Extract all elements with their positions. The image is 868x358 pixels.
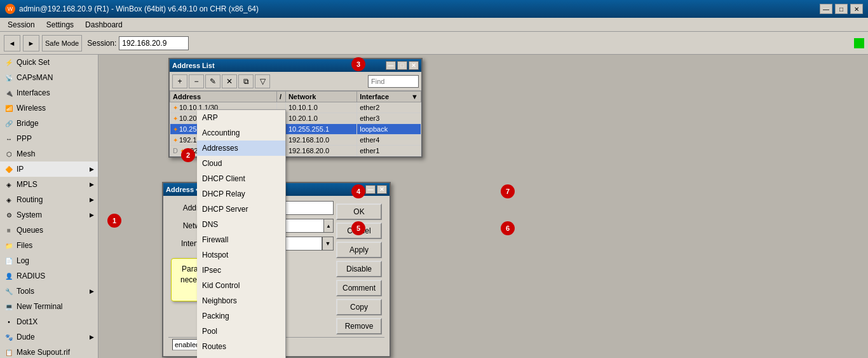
- addr-edit-btn[interactable]: ✎: [205, 74, 220, 88]
- maximize-button[interactable]: □: [835, 4, 848, 14]
- makesupout-icon: 📋: [4, 347, 14, 357]
- sidebar-item-mesh[interactable]: ⬡ Mesh: [0, 146, 98, 162]
- addr-list-close-btn[interactable]: ✕: [409, 61, 419, 70]
- interface-dropdown-btn[interactable]: ▼: [322, 237, 334, 251]
- radius-icon: 👤: [4, 271, 14, 281]
- submenu-dhcprelay[interactable]: DHCP Relay: [197, 186, 285, 202]
- tools-arrow-icon: ▶: [90, 288, 94, 294]
- sidebar-label-radius: RADIUS: [17, 272, 45, 280]
- connection-indicator: [854, 38, 864, 48]
- safe-mode-button[interactable]: Safe Mode: [42, 35, 82, 52]
- addr-copy-btn[interactable]: ⧉: [238, 74, 254, 88]
- sidebar-label-mesh: Mesh: [17, 149, 35, 158]
- submenu-accounting[interactable]: Accounting: [197, 125, 285, 141]
- ok-button[interactable]: OK: [336, 203, 382, 220]
- submenu-hotspot[interactable]: Hotspot: [197, 247, 285, 263]
- addr-add-btn[interactable]: +: [172, 74, 187, 88]
- sidebar-item-quickset[interactable]: ⚡ Quick Set: [0, 55, 98, 70]
- sidebar-item-queues[interactable]: ≡ Queues: [0, 223, 98, 238]
- sidebar-item-system[interactable]: ⚙ System ▶: [0, 207, 98, 223]
- system-icon: ⚙: [4, 210, 14, 220]
- submenu-routes[interactable]: Routes: [197, 339, 285, 354]
- sidebar-label-ip: IP: [17, 165, 24, 174]
- col-network[interactable]: Network: [285, 92, 356, 102]
- comment-button[interactable]: Comment: [336, 280, 382, 296]
- submenu-neighbors[interactable]: Neighbors: [197, 293, 285, 308]
- submenu-kidcontrol[interactable]: Kid Control: [197, 278, 285, 293]
- submenu-cloud[interactable]: Cloud: [197, 156, 285, 171]
- submenu-dhcpclient[interactable]: DHCP Client: [197, 171, 285, 186]
- addr-d-flag: D: [173, 147, 178, 155]
- sidebar-item-capsman[interactable]: 📡 CAPsMAN: [0, 70, 98, 85]
- sidebar: ⚡ Quick Set 📡 CAPsMAN 🔌 Interfaces 📶 Wir…: [0, 55, 98, 358]
- col-sort[interactable]: /: [276, 92, 285, 102]
- sidebar-item-radius[interactable]: 👤 RADIUS: [0, 268, 98, 284]
- sidebar-item-dot1x[interactable]: • Dot1X: [0, 314, 98, 329]
- mpls-arrow-icon: ▶: [90, 181, 94, 188]
- addr-find-input[interactable]: [368, 75, 419, 88]
- network-spin-up[interactable]: ▲: [323, 219, 334, 233]
- close-button[interactable]: ✕: [850, 4, 863, 14]
- copy-button[interactable]: Copy: [336, 299, 382, 315]
- sidebar-item-bridge[interactable]: 🔗 Bridge: [0, 116, 98, 131]
- addr-filter-btn[interactable]: ▽: [255, 74, 270, 88]
- addr-cancel-btn[interactable]: ✕: [222, 74, 237, 88]
- submenu-dhcpserver[interactable]: DHCP Server: [197, 202, 285, 217]
- minimize-button[interactable]: —: [820, 4, 832, 14]
- sidebar-label-dude: Dude: [17, 333, 35, 341]
- menu-settings[interactable]: Settings: [41, 19, 79, 31]
- system-arrow-icon: ▶: [90, 212, 94, 218]
- newterminal-icon: 💻: [4, 301, 14, 312]
- sidebar-item-ip[interactable]: 🔶 IP ▶: [0, 162, 98, 177]
- sidebar-label-mpls: MPLS: [17, 180, 37, 189]
- sidebar-item-interfaces[interactable]: 🔌 Interfaces: [0, 85, 98, 100]
- sidebar-item-mpls[interactable]: ◈ MPLS ▶: [0, 177, 98, 192]
- address-list-title-bar[interactable]: Address List — □ ✕: [170, 59, 421, 72]
- sidebar-item-log[interactable]: 📄 Log: [0, 253, 98, 268]
- apply-button[interactable]: Apply: [336, 242, 382, 258]
- submenu-ipsec[interactable]: IPsec: [197, 263, 285, 278]
- submenu-smb[interactable]: SMB: [197, 354, 285, 358]
- addr-list-maximize-btn[interactable]: □: [397, 61, 407, 70]
- col-address[interactable]: Address: [170, 92, 277, 102]
- app-icon: W: [5, 4, 15, 14]
- addr-edit-close-btn[interactable]: ✕: [377, 185, 387, 194]
- col-interface[interactable]: Interface ▼: [357, 92, 421, 102]
- back-button[interactable]: ◄: [4, 35, 20, 52]
- sidebar-item-makesupout[interactable]: 📋 Make Supout.rif: [0, 345, 98, 358]
- sidebar-item-ppp[interactable]: ↔ PPP: [0, 131, 98, 146]
- content-area: ARP Accounting Addresses Cloud DHCP Clie…: [98, 55, 868, 358]
- ip-submenu: ARP Accounting Addresses Cloud DHCP Clie…: [197, 109, 286, 358]
- submenu-addresses[interactable]: Addresses: [197, 141, 285, 156]
- sidebar-item-routing[interactable]: ◈ Routing ▶: [0, 192, 98, 207]
- forward-button[interactable]: ►: [23, 35, 39, 52]
- bridge-icon: 🔗: [4, 118, 14, 128]
- sidebar-item-newterminal[interactable]: 💻 New Terminal: [0, 299, 98, 314]
- submenu-firewall[interactable]: Firewall: [197, 232, 285, 247]
- addr-icon-0: ✦: [173, 104, 178, 111]
- submenu-arp[interactable]: ARP: [197, 110, 285, 125]
- sidebar-item-tools[interactable]: 🔧 Tools ▶: [0, 284, 98, 299]
- addr-icon-1: ✦: [173, 115, 178, 122]
- disable-button[interactable]: Disable: [336, 261, 382, 277]
- submenu-dns[interactable]: DNS: [197, 217, 285, 232]
- submenu-packing[interactable]: Packing: [197, 308, 285, 324]
- mesh-icon: ⬡: [4, 149, 14, 159]
- sidebar-item-dude[interactable]: 🐾 Dude ▶: [0, 329, 98, 345]
- menu-dashboard[interactable]: Dashboard: [80, 19, 128, 31]
- menu-session[interactable]: Session: [3, 19, 40, 31]
- sidebar-label-newterminal: New Terminal: [17, 302, 62, 311]
- addr-edit-minimize-btn[interactable]: —: [365, 185, 376, 194]
- submenu-pool[interactable]: Pool: [197, 324, 285, 339]
- addr-remove-btn[interactable]: −: [189, 74, 204, 88]
- sidebar-label-queues: Queues: [17, 226, 43, 235]
- quickset-icon: ⚡: [4, 57, 14, 67]
- remove-button[interactable]: Remove: [336, 318, 382, 334]
- mpls-icon: ◈: [4, 179, 14, 189]
- sidebar-item-files[interactable]: 📁 Files: [0, 238, 98, 253]
- badge-1: 1: [107, 214, 121, 228]
- addr-list-minimize-btn[interactable]: —: [386, 61, 396, 70]
- session-input[interactable]: [119, 36, 189, 50]
- sidebar-item-wireless[interactable]: 📶 Wireless: [0, 100, 98, 116]
- interface-dropdown-icon: ▼: [411, 93, 418, 100]
